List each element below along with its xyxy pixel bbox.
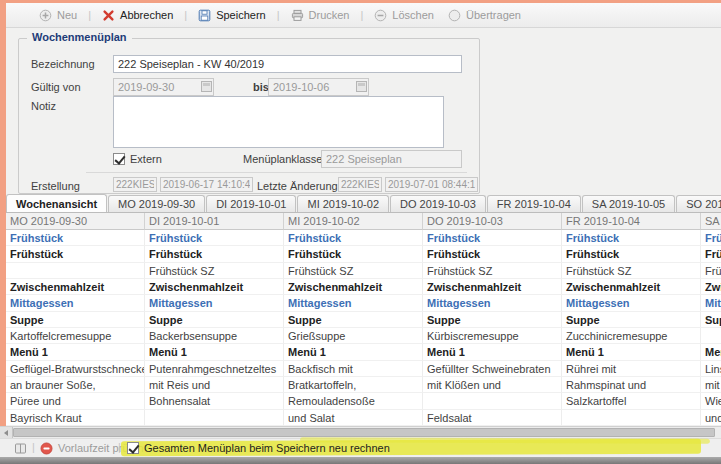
tab-mi[interactable]: MI 2019-10-02	[297, 195, 389, 212]
meal-cell[interactable]: Putenrahmgeschnetzeltes	[145, 361, 284, 377]
meal-cell[interactable]: Frühstück SZ	[562, 263, 701, 279]
meal-cell[interactable]: Menü 1	[701, 344, 721, 360]
meal-cell[interactable]: Frühstück	[423, 230, 562, 246]
meal-cell[interactable]: Zwischenmahlzeit	[562, 279, 701, 295]
meal-cell[interactable]: Suppe	[284, 312, 423, 328]
scrollbar-thumb[interactable]	[13, 428, 715, 437]
minus-circle-red-icon[interactable]	[40, 442, 53, 455]
horizontal-scrollbar[interactable]	[0, 426, 721, 438]
meal-cell[interactable]: Mittagessen	[145, 295, 284, 311]
tab-mo[interactable]: MO 2019-09-30	[108, 195, 205, 212]
meal-cell[interactable]: Gefüllter Schweinebraten	[423, 361, 562, 377]
meal-cell[interactable]: Frühstück	[145, 230, 284, 246]
meal-cell[interactable]: mit S	[701, 377, 721, 393]
meal-cell[interactable]: Frühstück	[423, 246, 562, 262]
meal-cell[interactable]: Zwischenmahlzeit	[145, 279, 284, 295]
meal-cell[interactable]: Frühstück	[562, 246, 701, 262]
tab-di[interactable]: DI 2019-10-01	[206, 195, 296, 212]
meal-cell[interactable]: Zwischenmahlzeit	[423, 279, 562, 295]
scroll-left-arrow-icon[interactable]	[0, 427, 13, 438]
meal-cell[interactable]: Mittagessen	[423, 295, 562, 311]
meal-cell[interactable]: Menü 1	[284, 344, 423, 360]
meal-cell[interactable]: Backerbsensuppe	[145, 328, 284, 344]
meal-cell[interactable]: Remouladensoße	[284, 393, 423, 409]
gueltig-von-input[interactable]	[113, 78, 214, 96]
meal-cell[interactable]: mit Reis und	[145, 377, 284, 393]
meal-cell[interactable]: Menü 1	[562, 344, 701, 360]
meal-cell[interactable]: an brauner Soße,	[6, 377, 145, 393]
meal-cell[interactable]: Zwischenmahlzeit	[6, 279, 145, 295]
meal-cell[interactable]: mit Klößen und	[423, 377, 562, 393]
meal-cell[interactable]: Geflügel-Bratwurstschnecke	[6, 361, 145, 377]
meal-cell[interactable]: Frühstück	[562, 230, 701, 246]
toolbar-button-speichern[interactable]: Speichern	[191, 7, 273, 24]
toolbar-button-loeschen[interactable]: Löschen	[367, 7, 441, 24]
tab-sa[interactable]: SA 2019-10-05	[582, 195, 675, 212]
meal-cell-empty[interactable]	[701, 328, 721, 344]
meal-cell[interactable]: und	[701, 410, 721, 426]
meal-cell-empty[interactable]	[6, 263, 145, 279]
meal-cell[interactable]: Bohnensalat	[145, 393, 284, 409]
meal-cell[interactable]: Mittagessen	[701, 295, 721, 311]
meal-cell[interactable]: Mittagessen	[284, 295, 423, 311]
meal-cell[interactable]: Frühstück	[284, 230, 423, 246]
meal-cell[interactable]: Frühstück	[701, 246, 721, 262]
bis-input[interactable]	[268, 78, 369, 96]
meal-cell[interactable]: Feldsalat	[423, 410, 562, 426]
menueplanklasse-input[interactable]	[321, 150, 462, 168]
meal-cell[interactable]: Frühstück SZ	[145, 263, 284, 279]
meal-cell-empty[interactable]	[145, 410, 284, 426]
meal-cell[interactable]: Lins	[701, 361, 721, 377]
toolbar-button-abbrechen[interactable]: Abbrechen	[95, 7, 180, 24]
meal-cell[interactable]: Frühstück	[6, 230, 145, 246]
meal-cell[interactable]: Mittagessen	[6, 295, 145, 311]
meal-cell[interactable]: Suppe	[423, 312, 562, 328]
calendar-icon[interactable]	[356, 81, 367, 92]
meal-cell[interactable]: Frühstück	[284, 246, 423, 262]
meal-cell[interactable]: Mittagessen	[562, 295, 701, 311]
meal-cell-empty[interactable]	[423, 393, 562, 409]
bezeichnung-input[interactable]	[113, 55, 462, 73]
meal-cell[interactable]: Suppe	[562, 312, 701, 328]
toolbar-button-uebertragen[interactable]: Übertragen	[441, 7, 528, 24]
tab-wochenansicht[interactable]: Wochenansicht	[6, 194, 107, 212]
meal-cell[interactable]: Zwischenmahlzeit	[701, 279, 721, 295]
toolbar-button-drucken[interactable]: Drucken	[284, 7, 357, 24]
meal-cell[interactable]: Frühstück SZ	[701, 263, 721, 279]
meal-cell[interactable]: und Salat	[284, 410, 423, 426]
meal-cell[interactable]: Salzkartoffel	[562, 393, 701, 409]
meal-cell[interactable]: Kürbiscremesuppe	[423, 328, 562, 344]
notiz-textarea[interactable]	[113, 96, 444, 148]
meal-cell[interactable]: Suppe	[6, 312, 145, 328]
meal-cell[interactable]: Frühstück	[701, 230, 721, 246]
toolbar-button-neu[interactable]: Neu	[32, 7, 84, 24]
calendar-icon[interactable]	[201, 81, 212, 92]
meal-cell-empty[interactable]	[562, 410, 701, 426]
meal-cell[interactable]: Wien	[701, 393, 721, 409]
meal-cell[interactable]: Menü 1	[145, 344, 284, 360]
tab-do[interactable]: DO 2019-10-03	[390, 195, 486, 212]
meal-cell[interactable]: Zwischenmahlzeit	[284, 279, 423, 295]
meal-cell[interactable]: Püree und	[6, 393, 145, 409]
meal-cell[interactable]: Menü 1	[6, 344, 145, 360]
meal-cell[interactable]: Grießsuppe	[284, 328, 423, 344]
meal-cell[interactable]: Kartoffelcremesuppe	[6, 328, 145, 344]
meal-cell[interactable]: Frühstück	[6, 246, 145, 262]
extern-checkbox[interactable]	[113, 153, 125, 165]
meal-cell[interactable]: Frühstück SZ	[284, 263, 423, 279]
recalc-checkbox[interactable]	[127, 442, 139, 454]
meal-cell[interactable]: Bratkartoffeln,	[284, 377, 423, 393]
columns-icon[interactable]	[14, 442, 27, 455]
tab-fr[interactable]: FR 2019-10-04	[487, 195, 581, 212]
meal-cell[interactable]: Rührei mit	[562, 361, 701, 377]
meal-cell[interactable]: Menü 1	[423, 344, 562, 360]
meal-cell[interactable]: Suppe	[145, 312, 284, 328]
tab-so[interactable]: SO 2019-10-06	[676, 195, 721, 212]
meal-cell[interactable]: Backfisch mit	[284, 361, 423, 377]
meal-cell[interactable]: Rahmspinat und	[562, 377, 701, 393]
meal-cell[interactable]: Bayrisch Kraut	[6, 410, 145, 426]
meal-cell[interactable]: Frühstück	[145, 246, 284, 262]
meal-cell[interactable]: Frühstück SZ	[423, 263, 562, 279]
meal-cell[interactable]: Zucchinicremesuppe	[562, 328, 701, 344]
meal-cell[interactable]: Suppe	[701, 312, 721, 328]
